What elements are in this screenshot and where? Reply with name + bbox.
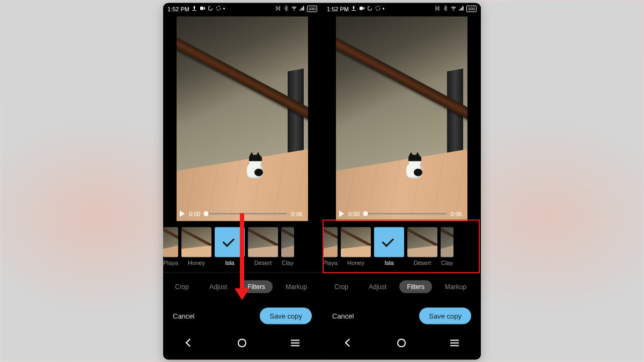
filter-item-clay[interactable]: Clay — [281, 227, 294, 265]
loading-icon — [375, 5, 381, 12]
filter-label: Honey — [347, 259, 364, 265]
status-time: 1:52 PM — [327, 5, 349, 12]
tab-markup[interactable]: Markup — [278, 280, 314, 293]
filter-thumb — [407, 227, 437, 257]
signal-icon — [299, 5, 305, 12]
video-scene — [177, 16, 308, 221]
signal-icon — [458, 5, 465, 12]
filter-item-playa[interactable]: Playa — [163, 227, 178, 265]
battery-indicator: 100 — [466, 5, 477, 12]
filter-thumb — [281, 227, 294, 257]
battery-indicator: 100 — [307, 5, 317, 12]
video-preview[interactable]: 0:00 0:06 — [323, 14, 481, 223]
play-button[interactable] — [180, 210, 185, 217]
nfc-icon — [275, 5, 281, 12]
filter-thumb-selected — [374, 227, 404, 257]
video-duration: 0:06 — [291, 210, 303, 217]
filter-label: Isla — [384, 259, 393, 265]
cat-subject — [404, 150, 427, 178]
cancel-button[interactable]: Cancel — [173, 312, 194, 320]
nfc-icon — [434, 5, 441, 12]
video-preview[interactable]: 0:00 0:06 — [163, 14, 321, 223]
edit-tab-row: Crop Adjust Filters Markup — [323, 272, 481, 301]
nav-home[interactable] — [237, 337, 247, 348]
filter-label: Clay — [282, 259, 294, 265]
wifi-icon — [291, 5, 297, 12]
filter-thumb — [323, 227, 338, 257]
filter-thumb-selected — [215, 227, 245, 257]
cancel-button[interactable]: Cancel — [332, 312, 354, 320]
filter-item-desert[interactable]: Desert — [407, 227, 437, 265]
action-row: Cancel Save copy — [163, 301, 321, 331]
video-duration: 0:06 — [451, 210, 462, 217]
video-controls: 0:00 0:06 — [336, 210, 467, 219]
nav-back[interactable] — [184, 337, 195, 348]
filter-thumb — [248, 227, 278, 257]
sync-icon — [207, 5, 214, 12]
edit-tab-row: Crop Adjust Filters Markup — [163, 272, 321, 301]
scrubber-thumb[interactable] — [363, 211, 368, 216]
play-button[interactable] — [339, 210, 344, 217]
filter-label: Clay — [441, 259, 453, 265]
phone-right: 1:52 PM 100 — [323, 3, 481, 359]
tab-adjust[interactable]: Adjust — [202, 280, 235, 293]
filter-item-honey[interactable]: Honey — [341, 227, 371, 265]
video-frame: 0:00 0:06 — [177, 16, 308, 221]
check-icon — [382, 235, 394, 247]
check-icon — [223, 235, 235, 247]
status-bar: 1:52 PM 100 — [163, 3, 321, 14]
filter-thumb — [441, 227, 453, 257]
filter-label: Desert — [254, 259, 272, 265]
tab-crop[interactable]: Crop — [327, 280, 356, 293]
video-icon — [358, 5, 365, 12]
nav-home[interactable] — [396, 337, 407, 348]
dot-icon — [383, 8, 384, 10]
filter-item-playa[interactable]: Playa — [323, 227, 338, 265]
filter-strip[interactable]: Playa Honey Isla Desert Clay — [163, 223, 321, 272]
filter-label: Honey — [188, 259, 205, 265]
wifi-icon — [450, 5, 457, 12]
screenshot-pair: 1:52 PM 100 — [163, 3, 481, 359]
tab-filters[interactable]: Filters — [399, 280, 432, 293]
svg-point-1 — [376, 6, 380, 10]
status-time: 1:52 PM — [167, 5, 189, 12]
sync-icon — [367, 5, 373, 12]
filter-item-isla[interactable]: Isla — [374, 227, 404, 265]
nav-back[interactable] — [343, 337, 354, 348]
filter-thumb — [341, 227, 371, 257]
action-row: Cancel Save copy — [323, 301, 481, 331]
tab-filters[interactable]: Filters — [240, 280, 273, 293]
filter-label: Playa — [163, 259, 178, 265]
filter-thumb — [163, 227, 178, 257]
filter-item-honey[interactable]: Honey — [181, 227, 211, 265]
filter-label: Isla — [225, 259, 234, 265]
video-current-time: 0:00 — [348, 210, 360, 217]
tab-crop[interactable]: Crop — [167, 280, 196, 293]
nav-recent[interactable] — [449, 337, 460, 348]
filter-label: Playa — [323, 259, 338, 265]
filter-label: Desert — [414, 259, 431, 265]
tab-adjust[interactable]: Adjust — [361, 280, 394, 293]
cat-subject — [245, 150, 267, 178]
svg-point-0 — [216, 6, 221, 10]
save-copy-button[interactable]: Save copy — [419, 308, 471, 324]
bluetooth-icon — [283, 5, 289, 12]
scrubber-thumb[interactable] — [204, 211, 209, 216]
filter-item-isla[interactable]: Isla — [215, 227, 245, 265]
tab-markup[interactable]: Markup — [437, 280, 474, 293]
nav-recent[interactable] — [290, 337, 301, 348]
video-current-time: 0:00 — [189, 210, 200, 217]
filter-thumb — [181, 227, 211, 257]
filter-item-clay[interactable]: Clay — [441, 227, 453, 265]
save-copy-button[interactable]: Save copy — [260, 308, 312, 324]
nav-bar — [163, 331, 321, 354]
video-scrubber[interactable] — [204, 213, 287, 214]
status-bar: 1:52 PM 100 — [323, 3, 481, 14]
filter-item-desert[interactable]: Desert — [248, 227, 278, 265]
video-scene — [336, 16, 467, 221]
loading-icon — [215, 5, 222, 12]
nav-bar — [323, 331, 481, 354]
filter-strip[interactable]: Playa Honey Isla Desert Clay — [323, 223, 481, 272]
video-icon — [199, 5, 206, 12]
video-scrubber[interactable] — [364, 213, 446, 214]
